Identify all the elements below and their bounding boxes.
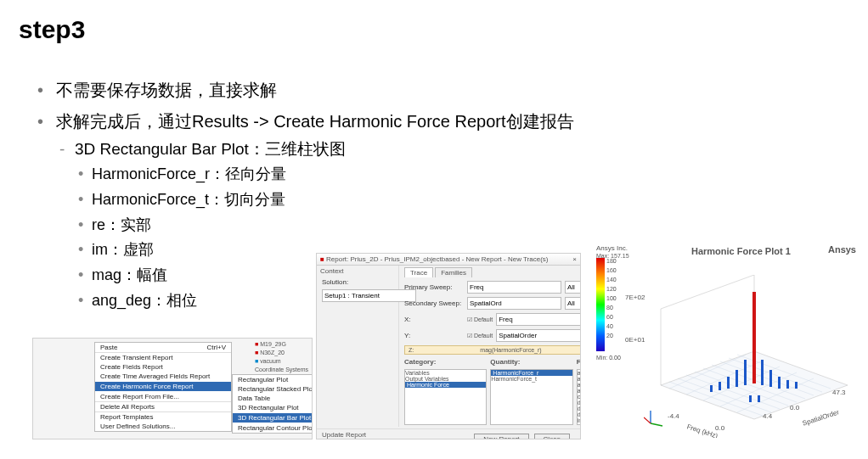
- new-report-button[interactable]: New Report: [474, 434, 528, 440]
- tab-families[interactable]: Families: [435, 267, 472, 277]
- submenu: Rectangular Plot Rectangular Stacked Plo…: [232, 374, 313, 434]
- submenu-item[interactable]: 3D Rectangular Plot: [233, 403, 313, 412]
- dialog-icon: ■: [320, 255, 326, 263]
- screenshot-report-dialog: ■ Report: Prius_2D - Prius_IPM2_objectba…: [316, 253, 581, 439]
- svg-rect-20: [761, 360, 764, 385]
- function-listbox[interactable]: ang_deg ang_deg_val ang_rad arg cang_deg…: [577, 369, 581, 425]
- x-input[interactable]: [496, 313, 581, 326]
- svg-line-33: [644, 417, 651, 423]
- bullet-l3: re：实部: [75, 213, 574, 238]
- tree-item[interactable]: ■ M19_29G: [255, 340, 308, 349]
- svg-rect-29: [749, 395, 752, 402]
- list-item[interactable]: im: [578, 417, 581, 423]
- menu-item[interactable]: Delete All Reports: [95, 402, 231, 411]
- bullet-text: 求解完成后，通过Results -> Create Harmonic Force…: [56, 112, 574, 131]
- slide-title: step3: [19, 15, 85, 44]
- secondary-sweep-label: Secondary Sweep:: [404, 299, 464, 307]
- context-group-label: Context: [317, 266, 398, 277]
- ansys-logo: Ansys: [828, 244, 856, 255]
- bullet-l3: HarmonicForce_t：切向分量: [75, 188, 574, 213]
- dialog-title: Report: Prius_2D - Prius_IPM2_objectbase…: [326, 255, 548, 263]
- menu-item-paste[interactable]: PasteCtrl+V: [95, 343, 231, 352]
- category-listbox[interactable]: Variables Output Variables Harmonic Forc…: [404, 369, 487, 425]
- list-item[interactable]: dBc: [578, 411, 581, 417]
- x-tick: 4.4: [763, 412, 772, 420]
- tree-item[interactable]: ■ vacuum: [255, 357, 308, 366]
- tree-item[interactable]: Coordinate Systems: [255, 366, 308, 374]
- update-report-label: Update Report: [322, 431, 366, 439]
- menu-item[interactable]: Create Report From File...: [95, 392, 231, 401]
- bullet-text: 3D Rectangular Bar Plot：三维柱状图: [75, 140, 346, 158]
- bullet-l1: 不需要保存场数据，直接求解: [37, 76, 574, 104]
- menu-item[interactable]: Create Time Averaged Fields Report: [95, 372, 231, 381]
- submenu-item[interactable]: Data Table: [233, 394, 313, 403]
- realtime-checkbox[interactable]: Real time: [330, 439, 358, 439]
- function-header: Function:: [577, 358, 581, 366]
- y-input[interactable]: [496, 329, 581, 342]
- svg-rect-28: [795, 382, 798, 389]
- svg-line-2: [661, 275, 754, 309]
- plot-3d[interactable]: [644, 275, 856, 428]
- context-menu: PasteCtrl+V Create Transient Report Crea…: [94, 342, 232, 432]
- x-tick: -4.4: [668, 412, 679, 420]
- svg-rect-21: [736, 370, 738, 387]
- colorbar-labels: 18016014012010080604020: [606, 256, 617, 340]
- z-tick: 7E+02: [625, 294, 645, 301]
- submenu-item[interactable]: Rectangular Stacked Plot: [233, 384, 313, 394]
- category-header: Category:: [404, 358, 487, 366]
- tab-trace[interactable]: Trace: [404, 267, 433, 277]
- menu-item-harmonic-force[interactable]: Create Harmonic Force Report: [95, 382, 231, 391]
- primary-sweep-label: Primary Sweep:: [404, 283, 464, 291]
- menu-item[interactable]: Create Fields Report: [95, 362, 231, 372]
- svg-rect-22: [769, 370, 772, 387]
- dialog-titlebar: ■ Report: Prius_2D - Prius_IPM2_objectba…: [317, 254, 580, 266]
- list-item[interactable]: ang_deg_val: [578, 376, 581, 382]
- svg-rect-23: [727, 377, 730, 389]
- list-item[interactable]: ang_rad: [578, 382, 581, 388]
- quantity-listbox[interactable]: HarmonicForce_r HarmonicForce_t: [490, 369, 572, 425]
- z-label: Z:: [409, 347, 414, 353]
- bullet-l3: HarmonicForce_r：径向分量: [75, 162, 574, 188]
- close-button[interactable]: Close: [534, 434, 570, 440]
- svg-rect-19: [744, 360, 747, 385]
- submenu-item[interactable]: Rectangular Plot: [233, 375, 313, 384]
- tree-item[interactable]: ■ N36Z_20: [255, 349, 308, 357]
- x-label: X:: [404, 316, 464, 323]
- screenshot-context-menu: ■ M19_29G ■ N36Z_20 ■ vacuum Coordinate …: [32, 338, 313, 439]
- svg-rect-25: [719, 382, 721, 390]
- primary-sweep-select[interactable]: [467, 281, 561, 294]
- menu-item[interactable]: Create Transient Report: [95, 353, 231, 362]
- menu-item[interactable]: User Defined Solutions...: [95, 422, 231, 431]
- secondary-sweep-all[interactable]: [565, 297, 581, 310]
- vendor-label: Ansys Inc.: [596, 244, 628, 252]
- list-item[interactable]: Output Variables: [405, 376, 486, 382]
- min-label: Min: 0.00: [596, 355, 621, 361]
- z-expression[interactable]: mag(HarmonicForce_r): [480, 347, 541, 353]
- list-item[interactable]: dB10normalize: [578, 400, 581, 406]
- svg-rect-27: [710, 385, 713, 392]
- list-item[interactable]: cang_deg: [578, 394, 581, 400]
- menu-item[interactable]: Report Templates: [95, 412, 231, 422]
- list-item[interactable]: HarmonicForce_r: [491, 370, 572, 376]
- list-item[interactable]: Harmonic Force: [405, 382, 486, 388]
- x-tick: 0.0: [715, 424, 724, 432]
- svg-rect-30: [758, 395, 760, 402]
- list-item[interactable]: dB20normalize: [578, 406, 581, 411]
- quantity-header: Quantity:: [490, 358, 572, 366]
- list-item[interactable]: HarmonicForce_t: [491, 376, 572, 382]
- list-item[interactable]: ang_deg: [578, 370, 581, 376]
- z-tick: 0E+01: [625, 336, 645, 344]
- svg-rect-18: [752, 292, 756, 383]
- screenshot-3d-plot: Ansys Inc. Max: 157.15 Harmonic Force Pl…: [589, 243, 861, 438]
- primary-sweep-all[interactable]: [565, 281, 581, 294]
- y-label: Y:: [404, 332, 464, 339]
- submenu-item[interactable]: Rectangular Contour Plot: [233, 423, 313, 433]
- list-item[interactable]: Variables: [405, 370, 486, 376]
- svg-rect-24: [778, 377, 781, 389]
- svg-line-32: [651, 423, 662, 426]
- secondary-sweep-select[interactable]: [467, 297, 561, 310]
- close-icon[interactable]: ×: [572, 255, 577, 263]
- solution-label: Solution:: [322, 278, 381, 286]
- list-item[interactable]: arg: [578, 388, 581, 394]
- submenu-item-3d-bar[interactable]: 3D Rectangular Bar Plot: [233, 413, 313, 423]
